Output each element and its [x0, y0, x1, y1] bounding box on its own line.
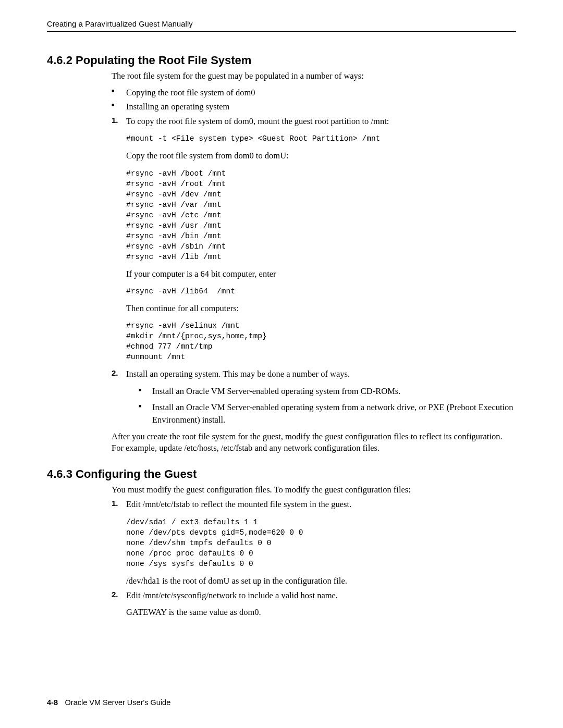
code-block: #rsync -avH /lib64 /mnt — [126, 286, 516, 297]
ordered-steps: 1. To copy the root file system of dom0,… — [112, 116, 516, 426]
paragraph: GATEWAY is the same value as dom0. — [126, 607, 516, 618]
step-number: 2. — [112, 590, 118, 599]
page-number: 4-8 — [47, 698, 58, 707]
step-item: 2. Install an operating system. This may… — [112, 368, 516, 426]
step-text: Edit /mnt/etc/fstab to reflect the mount… — [126, 499, 516, 510]
paragraph: If your computer is a 64 bit computer, e… — [126, 268, 516, 280]
step-item: 1. Edit /mnt/etc/fstab to reflect the mo… — [112, 499, 516, 587]
code-block: #mount -t <File system type> <Guest Root… — [126, 133, 516, 144]
step-number: 2. — [112, 368, 118, 377]
page: Creating a Paravirtualized Guest Manuall… — [0, 0, 563, 728]
section-heading-463: 4.6.3 Configuring the Guest — [47, 467, 516, 481]
step-number: 1. — [112, 499, 118, 508]
bullet-item: Installing an operating system — [112, 100, 516, 114]
code-block: #rsync -avH /selinux /mnt #mkdir /mnt/{p… — [126, 320, 516, 362]
intro-para: You must modify the guest configuration … — [112, 484, 516, 496]
code-block: #rsync -avH /boot /mnt #rsync -avH /root… — [126, 168, 516, 262]
step-text: Install an operating system. This may be… — [126, 368, 516, 380]
ordered-steps: 1. Edit /mnt/etc/fstab to reflect the mo… — [112, 499, 516, 618]
section-body-462: The root file system for the guest may b… — [112, 70, 516, 454]
section-heading-462: 4.6.2 Populating the Root File System — [47, 54, 516, 67]
bullet-list: Copying the root file system of dom0 Ins… — [112, 86, 516, 114]
nested-bullet-item: Install an Oracle VM Server-enabled oper… — [139, 385, 516, 397]
step-item: 1. To copy the root file system of dom0,… — [112, 116, 516, 362]
nested-bullet-item: Install an Oracle VM Server-enabled oper… — [139, 401, 516, 425]
section-body-463: You must modify the guest configuration … — [112, 484, 516, 618]
paragraph: /dev/hda1 is the root of domU as set up … — [126, 575, 516, 587]
step-text: Edit /mnt/etc/sysconfig/network to inclu… — [126, 590, 516, 601]
nested-bullet-list: Install an Oracle VM Server-enabled oper… — [139, 385, 516, 425]
paragraph: Copy the root file system from dom0 to d… — [126, 150, 516, 162]
paragraph: Then continue for all computers: — [126, 303, 516, 314]
step-text: To copy the root file system of dom0, mo… — [126, 116, 516, 127]
intro-para: The root file system for the guest may b… — [112, 70, 516, 82]
bullet-item: Copying the root file system of dom0 — [112, 86, 516, 100]
step-number: 1. — [112, 116, 118, 125]
step-item: 2. Edit /mnt/etc/sysconfig/network to in… — [112, 590, 516, 619]
guide-title: Oracle VM Server User's Guide — [65, 698, 171, 707]
code-block: /dev/sda1 / ext3 defaults 1 1 none /dev/… — [126, 517, 516, 569]
page-footer: 4-8 Oracle VM Server User's Guide — [47, 698, 170, 707]
closing-paragraph: After you create the root file system fo… — [112, 431, 516, 454]
running-header: Creating a Paravirtualized Guest Manuall… — [47, 20, 516, 32]
